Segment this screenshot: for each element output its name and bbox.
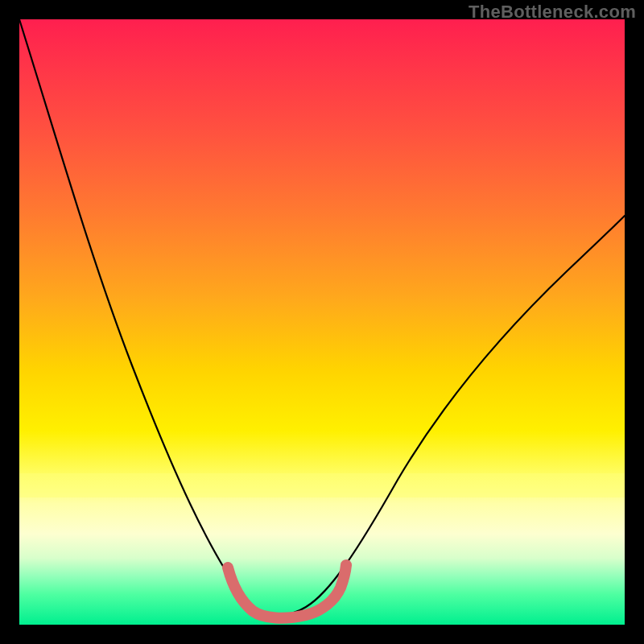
bottleneck-curve [19, 19, 625, 615]
chart-svg [19, 19, 625, 625]
optimal-zone-marker [228, 565, 346, 618]
chart-frame: TheBottleneck.com [0, 0, 644, 644]
plot-area [19, 19, 625, 625]
